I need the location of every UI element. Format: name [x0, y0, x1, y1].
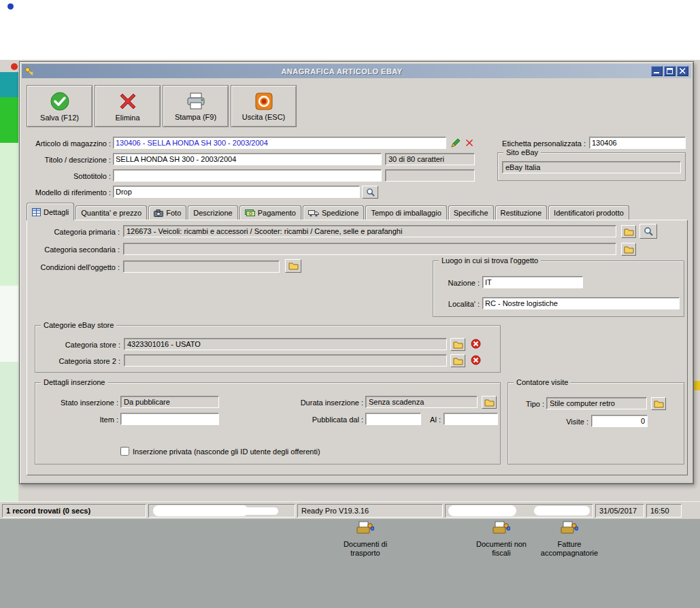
exit-button[interactable]: Uscita (ESC): [231, 85, 297, 127]
categoria-secondaria-label: Categoria secondaria :: [31, 246, 120, 254]
durata-inserzione-label: Durata inserzione :: [275, 399, 363, 407]
pubblicata-dal-input[interactable]: [365, 413, 421, 425]
stato-inserzione-label: Stato inserzione :: [39, 399, 118, 407]
categoria-primaria-label: Categoria primaria :: [38, 228, 120, 237]
tab-descrizione[interactable]: Descrizione: [188, 205, 237, 220]
folder-icon: [453, 341, 463, 349]
fragment-teal: [0, 72, 18, 97]
tab-specifiche-label: Specifiche: [454, 209, 488, 217]
categoria-store-delete-icon[interactable]: [471, 339, 481, 349]
titolo-input[interactable]: [113, 153, 382, 165]
tab-identificatori-prodotto[interactable]: Identificatori prodotto: [548, 205, 629, 220]
bullet-dot: [7, 3, 14, 10]
sito-ebay-group: Sito eBay eBay Italia: [497, 152, 686, 181]
delete-button[interactable]: Elimina: [95, 85, 161, 127]
fragment-red-dot: [11, 63, 18, 70]
shortcut-documenti-di-trasporto[interactable]: Documenti di trasporto: [333, 521, 398, 558]
clear-article-icon[interactable]: [465, 139, 473, 147]
key-icon: [24, 67, 34, 76]
money-icon: [245, 209, 255, 217]
tipo-label: Tipo :: [512, 400, 544, 409]
exit-button-label: Uscita (ESC): [242, 113, 286, 121]
maximize-button[interactable]: [664, 66, 676, 76]
background-fragments-right: [694, 60, 700, 501]
status-time: 16:50: [646, 504, 682, 518]
tab-dettagli[interactable]: Dettagli: [27, 203, 74, 220]
background-fragments-left: [0, 60, 18, 501]
tab-tempo-di-imballaggio[interactable]: Tempo di imballaggio: [365, 205, 446, 220]
categoria-primaria-search-button[interactable]: [639, 224, 657, 239]
fragment-white: [0, 286, 18, 362]
tipo-folder-button[interactable]: [651, 397, 666, 410]
durata-folder-button[interactable]: [482, 396, 497, 409]
status-panel-redacted-2: [445, 504, 593, 518]
item-input[interactable]: [120, 413, 219, 425]
minimize-button[interactable]: [651, 66, 663, 76]
tab-specifiche[interactable]: Specifiche: [448, 205, 494, 220]
folder-icon: [453, 357, 463, 365]
al-input[interactable]: [444, 413, 498, 425]
tab-descrizione-label: Descrizione: [193, 209, 232, 217]
categoria-store2-folder-button[interactable]: [450, 354, 465, 367]
categoria-store2-delete-icon[interactable]: [471, 355, 481, 365]
categoria-secondaria-folder-button[interactable]: [621, 243, 636, 256]
screen: ANAGRAFICA ARTICOLO EBAY Salva (F12) Eli…: [0, 0, 700, 608]
durata-inserzione-field: Senza scadenza: [365, 396, 478, 408]
fragment-green: [0, 97, 18, 143]
mdi-desktop: Documenti di trasporto Documenti non fis…: [0, 519, 700, 608]
status-bar: 1 record trovati (0 secs) Ready Pro V19.…: [0, 501, 700, 519]
categoria-store-folder-button[interactable]: [450, 338, 465, 351]
nazione-input[interactable]: [482, 276, 583, 288]
tab-restituzione[interactable]: Restituzione: [495, 205, 548, 220]
modello-input[interactable]: [113, 186, 360, 198]
camera-icon: [154, 209, 163, 217]
save-button-label: Salva (F12): [40, 114, 79, 122]
status-panel-redacted-1: [148, 504, 295, 518]
articolo-label: Articolo di magazzino :: [25, 139, 111, 148]
tab-identificatori-label: Identificatori prodotto: [554, 209, 624, 217]
modello-search-button[interactable]: [362, 186, 378, 199]
save-button[interactable]: Salva (F12): [27, 85, 93, 127]
tab-spedizione[interactable]: Spedizione: [303, 205, 364, 220]
shortcut-fatture-accompagnatorie[interactable]: Fatture accompagnatorie: [537, 521, 602, 558]
condizioni-folder-button[interactable]: [285, 259, 301, 273]
tab-foto[interactable]: Foto: [148, 205, 186, 220]
table-grid-icon: [32, 208, 41, 216]
sottotitolo-input[interactable]: [113, 169, 382, 182]
tipo-field: Stile computer retro: [546, 397, 647, 409]
documents-icon: [493, 521, 510, 537]
status-records: 1 record trovati (0 secs): [2, 504, 146, 518]
dettagli-inserzione-group-label: Dettagli inserzione: [41, 377, 108, 387]
edit-pencil-icon[interactable]: [450, 137, 461, 148]
categoria-primaria-folder-button[interactable]: [621, 225, 636, 238]
sito-ebay-item[interactable]: eBay Italia: [502, 161, 681, 173]
articolo-input[interactable]: [113, 137, 446, 149]
contatore-visite-group-label: Contatore visite: [514, 377, 571, 387]
etichetta-input[interactable]: [589, 137, 686, 149]
shortcut-documenti-non-fiscali[interactable]: Documenti non fiscali: [469, 521, 534, 558]
tab-tempo-label: Tempo di imballaggio: [371, 209, 441, 217]
titolo-counter: 30 di 80 caratteri: [385, 153, 475, 165]
tab-pagamento[interactable]: Pagamento: [239, 205, 301, 220]
visite-input[interactable]: [591, 415, 648, 427]
documents-icon: [356, 521, 374, 537]
dialog-title: ANAGRAFICA ARTICOLO EBAY: [34, 67, 650, 75]
redaction-blob: [448, 505, 516, 516]
tab-strip: Dettagli Quantita' e prezzo Foto Descriz…: [27, 202, 631, 220]
redaction-blob: [231, 507, 278, 515]
luogo-group: Luogo in cui si trova l'oggetto Nazione …: [433, 260, 684, 317]
shortcut-label: Documenti di trasporto: [333, 540, 398, 558]
localita-input[interactable]: [482, 297, 680, 309]
redaction-blob: [534, 506, 590, 516]
tab-dettagli-label: Dettagli: [44, 208, 69, 216]
luogo-group-label: Luogo in cui si trova l'oggetto: [439, 256, 541, 265]
tab-foto-label: Foto: [166, 209, 181, 217]
delete-x-icon: [118, 91, 138, 112]
dialog-titlebar[interactable]: ANAGRAFICA ARTICOLO EBAY: [22, 64, 691, 78]
print-button[interactable]: Stampa (F9): [163, 85, 229, 127]
inserzione-privata-checkbox[interactable]: [120, 447, 129, 456]
sottotitolo-label: Sottotitolo :: [25, 172, 111, 181]
tab-quantita-e-prezzo[interactable]: Quantita' e prezzo: [76, 205, 147, 220]
dialog-anagrafica-articolo-ebay: ANAGRAFICA ARTICOLO EBAY Salva (F12) Eli…: [19, 61, 694, 484]
close-button[interactable]: [677, 66, 688, 76]
